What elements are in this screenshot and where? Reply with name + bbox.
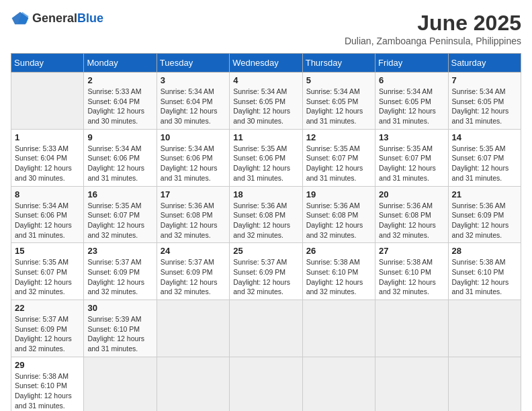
col-tuesday: Tuesday	[157, 54, 229, 73]
logo-icon	[11, 11, 30, 26]
calendar-cell	[157, 300, 229, 357]
day-detail: Sunrise: 5:38 AMSunset: 6:10 PMDaylight:…	[452, 258, 509, 295]
calendar-cell: 19Sunrise: 5:36 AMSunset: 6:08 PMDayligh…	[302, 186, 375, 243]
calendar-cell: 10Sunrise: 5:34 AMSunset: 6:06 PMDayligh…	[157, 129, 229, 186]
day-number: 2	[87, 75, 152, 85]
calendar-cell: 25Sunrise: 5:37 AMSunset: 6:09 PMDayligh…	[230, 243, 302, 300]
calendar-cell	[375, 357, 448, 411]
calendar-cell: 30Sunrise: 5:39 AMSunset: 6:10 PMDayligh…	[84, 300, 157, 357]
day-number: 12	[306, 132, 371, 142]
calendar-cell	[84, 357, 157, 411]
day-number: 23	[87, 246, 152, 256]
calendar-cell: 2Sunrise: 5:33 AMSunset: 6:04 PMDaylight…	[84, 73, 157, 130]
calendar-cell: 3Sunrise: 5:34 AMSunset: 6:04 PMDaylight…	[157, 73, 229, 130]
day-detail: Sunrise: 5:35 AMSunset: 6:06 PMDaylight:…	[233, 144, 290, 182]
day-number: 25	[233, 246, 298, 256]
day-number: 14	[452, 132, 517, 142]
day-number: 7	[452, 75, 517, 85]
day-detail: Sunrise: 5:37 AMSunset: 6:09 PMDaylight:…	[161, 258, 218, 295]
day-number: 28	[452, 246, 517, 256]
calendar-week-row: 29Sunrise: 5:38 AMSunset: 6:10 PMDayligh…	[11, 357, 521, 411]
calendar-cell: 6Sunrise: 5:34 AMSunset: 6:05 PMDaylight…	[375, 73, 448, 130]
logo-text-general: General	[32, 11, 77, 26]
day-detail: Sunrise: 5:38 AMSunset: 6:10 PMDaylight:…	[379, 258, 436, 295]
day-detail: Sunrise: 5:37 AMSunset: 6:09 PMDaylight:…	[87, 258, 144, 295]
day-detail: Sunrise: 5:34 AMSunset: 6:05 PMDaylight:…	[306, 87, 363, 125]
calendar-cell: 20Sunrise: 5:36 AMSunset: 6:08 PMDayligh…	[375, 186, 448, 243]
day-detail: Sunrise: 5:36 AMSunset: 6:08 PMDaylight:…	[379, 201, 436, 239]
calendar-cell: 23Sunrise: 5:37 AMSunset: 6:09 PMDayligh…	[84, 243, 157, 300]
calendar-cell: 13Sunrise: 5:35 AMSunset: 6:07 PMDayligh…	[375, 129, 448, 186]
calendar-cell	[11, 73, 84, 130]
calendar-week-row: 22Sunrise: 5:37 AMSunset: 6:09 PMDayligh…	[11, 300, 521, 357]
day-detail: Sunrise: 5:34 AMSunset: 6:05 PMDaylight:…	[233, 87, 290, 125]
calendar-cell: 12Sunrise: 5:35 AMSunset: 6:07 PMDayligh…	[302, 129, 375, 186]
day-detail: Sunrise: 5:34 AMSunset: 6:06 PMDaylight:…	[87, 144, 144, 182]
calendar-cell: 11Sunrise: 5:35 AMSunset: 6:06 PMDayligh…	[230, 129, 302, 186]
col-wednesday: Wednesday	[230, 54, 302, 73]
day-detail: Sunrise: 5:35 AMSunset: 6:07 PMDaylight:…	[452, 144, 509, 182]
day-number: 11	[233, 132, 298, 142]
day-detail: Sunrise: 5:35 AMSunset: 6:07 PMDaylight:…	[15, 258, 72, 295]
day-number: 17	[161, 189, 226, 199]
day-detail: Sunrise: 5:38 AMSunset: 6:10 PMDaylight:…	[15, 372, 72, 410]
calendar-cell: 15Sunrise: 5:35 AMSunset: 6:07 PMDayligh…	[11, 243, 84, 300]
day-number: 5	[306, 75, 371, 85]
day-number: 4	[233, 75, 298, 85]
calendar-cell: 7Sunrise: 5:34 AMSunset: 6:05 PMDaylight…	[448, 73, 521, 130]
calendar-cell: 5Sunrise: 5:34 AMSunset: 6:05 PMDaylight…	[302, 73, 375, 130]
col-thursday: Thursday	[302, 54, 375, 73]
day-detail: Sunrise: 5:34 AMSunset: 6:05 PMDaylight:…	[452, 87, 509, 125]
day-number: 9	[87, 132, 152, 142]
calendar-cell: 24Sunrise: 5:37 AMSunset: 6:09 PMDayligh…	[157, 243, 229, 300]
calendar-week-row: 15Sunrise: 5:35 AMSunset: 6:07 PMDayligh…	[11, 243, 521, 300]
day-detail: Sunrise: 5:38 AMSunset: 6:10 PMDaylight:…	[306, 258, 363, 295]
day-number: 27	[379, 246, 444, 256]
calendar-cell	[302, 300, 375, 357]
day-number: 1	[15, 132, 80, 142]
logo-text-blue: Blue	[77, 11, 103, 26]
col-monday: Monday	[84, 54, 157, 73]
calendar-cell: 17Sunrise: 5:36 AMSunset: 6:08 PMDayligh…	[157, 186, 229, 243]
calendar-cell: 22Sunrise: 5:37 AMSunset: 6:09 PMDayligh…	[11, 300, 84, 357]
calendar-week-row: 1Sunrise: 5:33 AMSunset: 6:04 PMDaylight…	[11, 129, 521, 186]
calendar-cell: 1Sunrise: 5:33 AMSunset: 6:04 PMDaylight…	[11, 129, 84, 186]
calendar-cell: 28Sunrise: 5:38 AMSunset: 6:10 PMDayligh…	[448, 243, 521, 300]
calendar-cell: 29Sunrise: 5:38 AMSunset: 6:10 PMDayligh…	[11, 357, 84, 411]
day-number: 21	[452, 189, 517, 199]
day-detail: Sunrise: 5:39 AMSunset: 6:10 PMDaylight:…	[87, 315, 144, 353]
day-number: 19	[306, 189, 371, 199]
calendar-cell: 4Sunrise: 5:34 AMSunset: 6:05 PMDaylight…	[230, 73, 302, 130]
day-number: 20	[379, 189, 444, 199]
day-number: 29	[15, 360, 80, 370]
calendar-cell: 14Sunrise: 5:35 AMSunset: 6:07 PMDayligh…	[448, 129, 521, 186]
calendar-cell	[230, 300, 302, 357]
day-number: 15	[15, 246, 80, 256]
calendar-cell: 8Sunrise: 5:34 AMSunset: 6:06 PMDaylight…	[11, 186, 84, 243]
day-number: 24	[161, 246, 226, 256]
day-number: 13	[379, 132, 444, 142]
day-number: 16	[87, 189, 152, 199]
day-detail: Sunrise: 5:33 AMSunset: 6:04 PMDaylight:…	[87, 87, 144, 125]
calendar-cell: 26Sunrise: 5:38 AMSunset: 6:10 PMDayligh…	[302, 243, 375, 300]
col-friday: Friday	[375, 54, 448, 73]
day-number: 22	[15, 303, 80, 313]
calendar-cell	[302, 357, 375, 411]
calendar-table: Sunday Monday Tuesday Wednesday Thursday…	[11, 53, 521, 411]
calendar-subtitle: Dulian, Zamboanga Peninsula, Philippines	[345, 36, 521, 46]
calendar-cell	[230, 357, 302, 411]
day-detail: Sunrise: 5:36 AMSunset: 6:08 PMDaylight:…	[233, 201, 290, 239]
day-number: 30	[87, 303, 152, 313]
calendar-cell	[375, 300, 448, 357]
calendar-cell	[157, 357, 229, 411]
day-number: 18	[233, 189, 298, 199]
calendar-cell	[448, 357, 521, 411]
calendar-cell: 27Sunrise: 5:38 AMSunset: 6:10 PMDayligh…	[375, 243, 448, 300]
calendar-cell: 16Sunrise: 5:35 AMSunset: 6:07 PMDayligh…	[84, 186, 157, 243]
day-detail: Sunrise: 5:35 AMSunset: 6:07 PMDaylight:…	[306, 144, 363, 182]
calendar-cell: 9Sunrise: 5:34 AMSunset: 6:06 PMDaylight…	[84, 129, 157, 186]
day-number: 10	[161, 132, 226, 142]
day-detail: Sunrise: 5:35 AMSunset: 6:07 PMDaylight:…	[379, 144, 436, 182]
header-row: Sunday Monday Tuesday Wednesday Thursday…	[11, 54, 521, 73]
day-detail: Sunrise: 5:33 AMSunset: 6:04 PMDaylight:…	[15, 144, 72, 182]
